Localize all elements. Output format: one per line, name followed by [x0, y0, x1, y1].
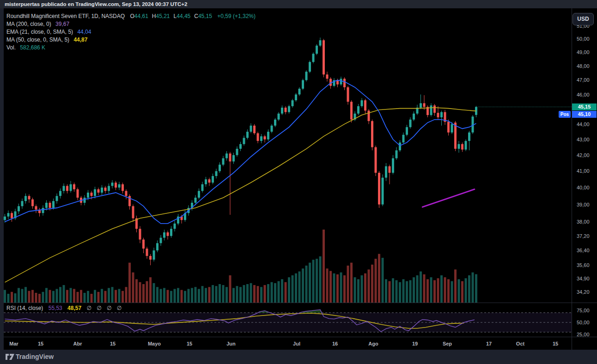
position-label-chip[interactable]: Pos	[559, 111, 571, 118]
price-tick-label: 43,00	[577, 137, 590, 143]
volume-bar	[285, 282, 287, 303]
volume-bar	[305, 266, 308, 303]
time-tick-label: 15	[553, 341, 558, 346]
volume-bar	[118, 289, 121, 303]
candle-body	[357, 106, 359, 114]
volume-bar	[167, 290, 169, 303]
volume-bar	[4, 290, 6, 303]
time-tick-label: Abr	[73, 341, 82, 346]
volume-bar	[361, 275, 363, 303]
candle-body	[423, 103, 426, 107]
ma200-legend-row[interactable]: MA (200, close, 0) 39,67	[6, 20, 256, 28]
volume-bar	[447, 279, 450, 303]
candle-body	[21, 201, 24, 206]
volume-bar	[63, 285, 65, 303]
volume-bar	[336, 274, 339, 303]
candle-body	[343, 79, 346, 87]
rsi-tick-label: 50,00	[577, 320, 590, 326]
volume-bar	[132, 273, 134, 303]
volume-bar	[333, 273, 335, 303]
ohlc-key: H	[152, 13, 156, 19]
candle-body	[77, 189, 79, 198]
position-price-badge[interactable]: 45,10	[572, 111, 597, 118]
time-tick-label: 15	[38, 341, 43, 346]
candle-body	[371, 121, 373, 147]
volume-bar	[236, 286, 238, 303]
volume-bar	[232, 288, 235, 303]
volume-bar	[177, 288, 179, 303]
volume-bar	[24, 287, 27, 303]
candle-body	[132, 206, 134, 218]
symbol-legend-row[interactable]: Roundhill Magnificent Seven ETF, 1D, NAS…	[6, 12, 256, 20]
volume-bar	[323, 230, 325, 303]
volume-bar	[406, 281, 408, 303]
candle-body	[195, 198, 197, 203]
ohlc-value: 44,61	[134, 13, 148, 19]
volume-bar	[18, 288, 20, 303]
candle-body	[167, 232, 169, 236]
chart-canvas[interactable]	[0, 0, 597, 350]
volume-bar	[91, 294, 93, 303]
candle-body	[163, 232, 165, 238]
volume-bar	[375, 259, 377, 303]
currency-usd-button[interactable]: USD	[573, 13, 594, 25]
candle-body	[70, 184, 72, 191]
ma50-line	[5, 108, 476, 282]
tradingview-logo-icon[interactable]	[6, 353, 14, 362]
price-tick-label: 49,00	[577, 49, 590, 55]
ema21-legend-row[interactable]: EMA (21, close, 0, SMA, 5) 44,04	[6, 28, 256, 36]
volume-bar	[416, 275, 419, 303]
rsi-tick-label: 75,00	[577, 308, 590, 314]
volume-bar	[312, 260, 315, 303]
volume-bar	[160, 289, 162, 303]
volume-bar	[465, 278, 467, 303]
volume-bar	[461, 281, 463, 303]
volume-bar	[430, 277, 433, 303]
volume-bar	[70, 288, 72, 303]
volume-bar	[80, 290, 82, 303]
volume-bar	[243, 285, 245, 303]
volume-value: 582,686 K	[20, 44, 45, 51]
volume-bar	[101, 289, 103, 303]
candle-body	[212, 176, 214, 182]
candle-body	[312, 54, 315, 62]
symbol-title: Roundhill Magnificent Seven ETF, 1D, NAS…	[6, 13, 125, 19]
brand-bar: TradingView	[0, 350, 597, 364]
candle-body	[59, 191, 61, 196]
candle-body	[468, 133, 470, 141]
volume-legend-row[interactable]: Vol. 582,686 K	[6, 44, 256, 52]
candle-body	[385, 166, 387, 178]
volume-bar	[343, 275, 346, 303]
volume-bar	[295, 273, 297, 303]
volume-bar	[156, 287, 158, 303]
ma200-trendline[interactable]	[422, 189, 475, 207]
volume-bar	[42, 292, 44, 303]
candle-body	[156, 243, 158, 250]
candle-body	[174, 224, 176, 229]
candle-body	[84, 198, 86, 203]
volume-bar	[149, 277, 152, 303]
candle-body	[368, 110, 370, 121]
candle-body	[323, 40, 325, 74]
candle-body	[440, 112, 443, 117]
price-tick-label: 34,90	[577, 276, 590, 282]
volume-bar	[340, 273, 342, 303]
rsi-legend-row[interactable]: RSI (14, close) 55,53 48,57 ∅ ∅ ∅ ∅	[6, 305, 123, 311]
volume-bar	[298, 272, 301, 303]
volume-bar	[49, 290, 51, 303]
price-tick-label: 42,00	[577, 152, 590, 158]
volume-bar	[35, 293, 37, 303]
ma50-legend-row[interactable]: MA (50, close, 0, SMA, 5) 44,87	[6, 36, 256, 44]
volume-bar	[292, 275, 294, 303]
volume-bar	[426, 279, 429, 303]
volume-bar	[368, 269, 370, 303]
brand-text[interactable]: TradingView	[16, 353, 54, 360]
volume-bar	[444, 277, 446, 303]
volume-bar	[31, 290, 34, 303]
candle-body	[139, 229, 141, 239]
candle-body	[42, 208, 44, 213]
candle-body	[350, 102, 353, 120]
candle-body	[298, 89, 301, 94]
candle-body	[239, 144, 242, 149]
price-tick-label: 38,00	[577, 219, 590, 225]
